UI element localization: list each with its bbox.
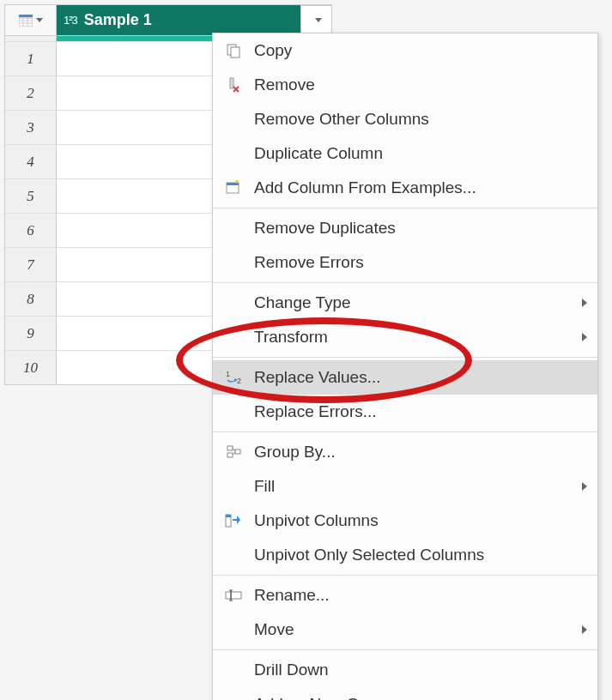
number-type-icon: 1²3 xyxy=(64,14,77,27)
svg-rect-18 xyxy=(227,453,233,457)
svg-rect-7 xyxy=(231,47,239,57)
remove-icon xyxy=(220,75,247,95)
row-number[interactable]: 4 xyxy=(5,144,57,178)
menu-remove[interactable]: Remove xyxy=(213,68,597,102)
chevron-down-icon xyxy=(315,18,322,22)
add-column-icon xyxy=(220,178,247,198)
menu-add-column-from-examples[interactable]: Add Column From Examples... xyxy=(213,171,597,205)
menu-group-by[interactable]: Group By... xyxy=(213,435,597,469)
svg-rect-19 xyxy=(235,450,240,454)
menu-separator xyxy=(213,357,597,358)
menu-change-type[interactable]: Change Type xyxy=(213,286,597,320)
menu-replace-errors[interactable]: Replace Errors... xyxy=(213,395,597,429)
table-icon xyxy=(19,15,33,27)
row-number[interactable]: 5 xyxy=(5,178,57,213)
menu-copy[interactable]: Copy xyxy=(213,33,597,68)
svg-rect-24 xyxy=(226,592,241,599)
svg-rect-1 xyxy=(19,18,33,27)
svg-rect-0 xyxy=(19,15,33,17)
menu-separator xyxy=(213,649,597,650)
column-header[interactable]: 1²3 Sample 1 xyxy=(57,5,331,36)
svg-text:1: 1 xyxy=(226,370,230,378)
menu-separator xyxy=(213,431,597,432)
replace-values-icon: 1 2 xyxy=(220,367,247,388)
column-filter-button[interactable] xyxy=(300,5,331,36)
svg-rect-8 xyxy=(230,78,233,88)
row-number[interactable]: 2 xyxy=(5,75,57,110)
header-row: 1²3 Sample 1 xyxy=(5,5,331,36)
table-corner-button[interactable] xyxy=(5,5,57,36)
row-number[interactable]: 7 xyxy=(5,247,57,281)
svg-rect-17 xyxy=(227,446,233,450)
menu-remove-errors[interactable]: Remove Errors xyxy=(213,245,597,280)
group-by-icon xyxy=(220,442,247,462)
copy-icon xyxy=(220,40,247,61)
svg-text:2: 2 xyxy=(237,377,241,385)
row-number[interactable]: 1 xyxy=(5,41,57,75)
submenu-arrow-icon xyxy=(582,482,587,491)
unpivot-icon xyxy=(220,510,247,531)
menu-separator xyxy=(213,575,597,576)
menu-duplicate-column[interactable]: Duplicate Column xyxy=(213,136,597,171)
menu-remove-duplicates[interactable]: Remove Duplicates xyxy=(213,211,597,245)
submenu-arrow-icon xyxy=(582,299,587,307)
row-number[interactable]: 9 xyxy=(5,316,57,350)
rename-icon xyxy=(220,585,247,606)
row-number[interactable]: 3 xyxy=(5,110,57,144)
menu-add-as-new-query[interactable]: Add as New Query xyxy=(213,687,597,700)
menu-rename[interactable]: Rename... xyxy=(213,578,597,612)
menu-move[interactable]: Move xyxy=(213,612,597,647)
row-number[interactable]: 10 xyxy=(5,350,57,384)
column-name-label: Sample 1 xyxy=(84,11,300,29)
chevron-down-icon xyxy=(36,18,43,22)
menu-transform[interactable]: Transform xyxy=(213,320,597,354)
submenu-arrow-icon xyxy=(582,625,587,634)
menu-unpivot-only-selected[interactable]: Unpivot Only Selected Columns xyxy=(213,538,597,572)
submenu-arrow-icon xyxy=(582,333,587,341)
row-number[interactable]: 8 xyxy=(5,281,57,316)
menu-separator xyxy=(213,208,597,208)
menu-replace-values[interactable]: 1 2 Replace Values... xyxy=(213,360,597,395)
row-number[interactable]: 6 xyxy=(5,213,57,247)
menu-fill[interactable]: Fill xyxy=(213,469,597,504)
svg-rect-23 xyxy=(226,515,231,517)
menu-remove-other-columns[interactable]: Remove Other Columns xyxy=(213,102,597,136)
menu-unpivot-columns[interactable]: Unpivot Columns xyxy=(213,504,597,538)
menu-drill-down[interactable]: Drill Down xyxy=(213,653,597,687)
menu-separator xyxy=(213,282,597,283)
column-context-menu: Copy Remove Remove Other Columns Duplica… xyxy=(212,33,598,700)
